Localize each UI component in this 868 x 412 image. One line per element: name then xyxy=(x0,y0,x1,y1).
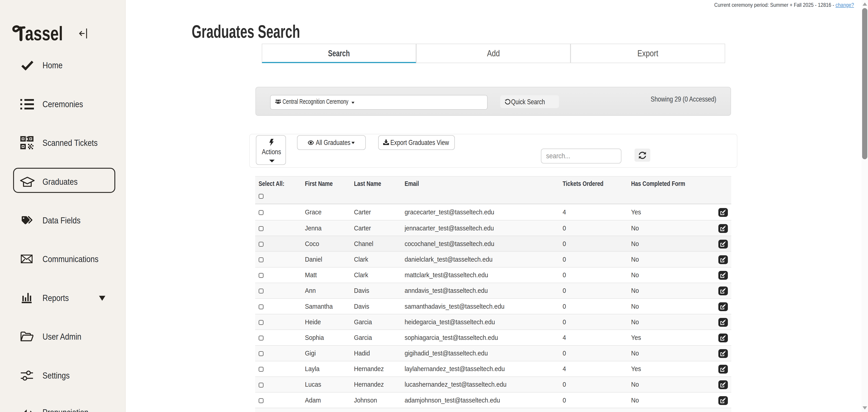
svg-text:assel: assel xyxy=(25,22,63,41)
